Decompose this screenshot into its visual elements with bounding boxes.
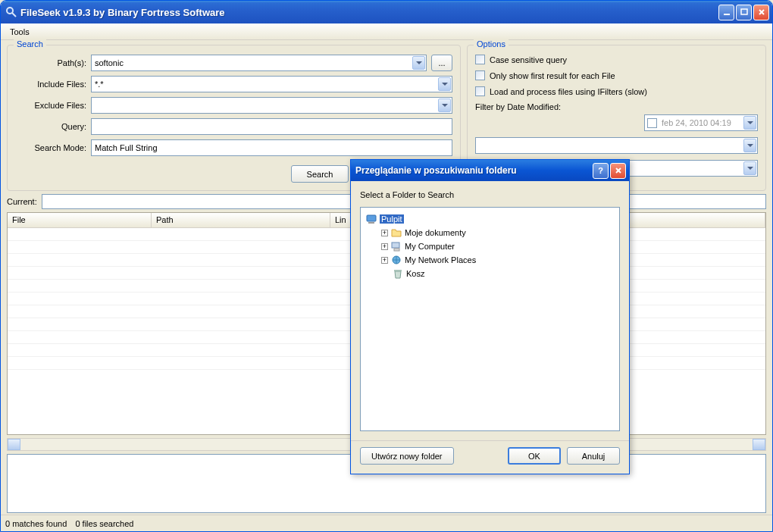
include-label: Include Files:: [15, 80, 91, 89]
expander-icon[interactable]: +: [381, 243, 388, 250]
close-button[interactable]: [753, 5, 769, 20]
chevron-down-icon[interactable]: [743, 161, 756, 175]
app-icon: [5, 6, 17, 18]
window-title: FileSeek v1.9.3 by Binary Fortress Softw…: [20, 7, 718, 18]
desktop-icon: [365, 213, 377, 225]
expander-icon[interactable]: +: [381, 230, 388, 236]
exclude-label: Exclude Files:: [15, 101, 91, 110]
date-from-combo[interactable]: feb 24, 2010 04:19: [644, 114, 758, 131]
exclude-combo[interactable]: [91, 97, 452, 114]
scroll-left-icon[interactable]: [8, 439, 20, 450]
current-label: Current:: [7, 197, 37, 206]
dialog-close-button[interactable]: [610, 163, 626, 179]
menubar: Tools: [1, 23, 772, 40]
paths-combo[interactable]: softonic: [91, 55, 427, 71]
dialog-instruction: Select a Folder to Search: [360, 190, 620, 199]
svg-rect-8: [367, 215, 376, 221]
new-folder-button[interactable]: Utwórz nowy folder: [360, 447, 454, 465]
folder-browse-dialog: Przeglądanie w poszukiwaniu folderu ? Se…: [350, 159, 630, 474]
status-matches: 0 matches found: [5, 519, 67, 528]
include-dropdown-icon[interactable]: [438, 77, 451, 91]
network-icon: [390, 254, 402, 266]
search-legend: Search: [14, 39, 46, 49]
tree-item-computer[interactable]: + My Computer: [365, 239, 615, 253]
exclude-dropdown-icon[interactable]: [438, 99, 451, 112]
first-result-label: Only show first result for each File: [490, 71, 615, 80]
dialog-help-button[interactable]: ?: [593, 163, 609, 179]
tree-root[interactable]: Pulpit: [365, 212, 615, 226]
query-combo[interactable]: [91, 118, 452, 135]
svg-rect-3: [741, 9, 747, 14]
scroll-right-icon[interactable]: [753, 439, 765, 450]
tree-item-docs[interactable]: + Moje dokumenty: [365, 226, 615, 239]
options-legend: Options: [474, 39, 509, 49]
trash-icon: [392, 268, 404, 280]
query-label: Query:: [15, 122, 91, 131]
statusbar: 0 matches found 0 files searched: [1, 515, 772, 531]
mode-value: Match Full String: [95, 143, 158, 152]
cancel-button[interactable]: Anuluj: [567, 447, 620, 465]
first-result-checkbox[interactable]: [475, 70, 485, 80]
svg-line-1: [12, 13, 16, 17]
mode-label: Search Mode:: [15, 143, 91, 152]
filter-date-label: Filter by Date Modified:: [475, 102, 758, 111]
date-check[interactable]: [647, 118, 657, 128]
case-sensitive-label: Case sensitive query: [490, 55, 567, 64]
folder-icon: [390, 227, 402, 239]
svg-rect-2: [724, 14, 730, 15]
column-file[interactable]: File: [8, 213, 152, 227]
search-button[interactable]: Search: [291, 165, 349, 183]
status-files: 0 files searched: [75, 519, 133, 528]
svg-rect-9: [368, 222, 374, 224]
titlebar[interactable]: FileSeek v1.9.3 by Binary Fortress Softw…: [1, 1, 772, 23]
ifilters-label: Load and process files using IFilters (s…: [490, 87, 647, 96]
svg-rect-11: [394, 249, 399, 251]
maximize-button[interactable]: [736, 5, 752, 20]
paths-label: Path(s):: [15, 58, 91, 67]
computer-icon: [390, 240, 402, 252]
dialog-title: Przeglądanie w poszukiwaniu folderu: [355, 165, 593, 176]
tree-item-network[interactable]: + My Network Places: [365, 253, 615, 267]
browse-button[interactable]: ...: [431, 55, 452, 71]
minimize-button[interactable]: [718, 5, 734, 20]
ifilters-checkbox[interactable]: [475, 86, 485, 96]
column-path[interactable]: Path: [152, 213, 330, 227]
paths-value: softonic: [95, 58, 124, 67]
option-combo-1[interactable]: [475, 137, 758, 154]
case-sensitive-checkbox[interactable]: [475, 55, 485, 64]
tree-item-trash[interactable]: Kosz: [365, 267, 615, 280]
folder-tree[interactable]: Pulpit + Moje dokumenty + My Computer + …: [360, 207, 620, 431]
paths-dropdown-icon[interactable]: [412, 56, 425, 70]
include-value: *.*: [95, 80, 104, 89]
date-dropdown-icon[interactable]: [743, 116, 756, 130]
menu-tools[interactable]: Tools: [4, 25, 36, 39]
svg-rect-10: [392, 243, 399, 248]
include-combo[interactable]: *.*: [91, 76, 452, 92]
expander-icon[interactable]: +: [381, 257, 388, 264]
date-value: feb 24, 2010 04:19: [662, 118, 731, 127]
svg-rect-13: [394, 270, 402, 271]
chevron-down-icon[interactable]: [743, 139, 756, 152]
svg-point-0: [7, 8, 13, 14]
ok-button[interactable]: OK: [508, 447, 561, 465]
mode-combo[interactable]: Match Full String: [91, 139, 452, 156]
